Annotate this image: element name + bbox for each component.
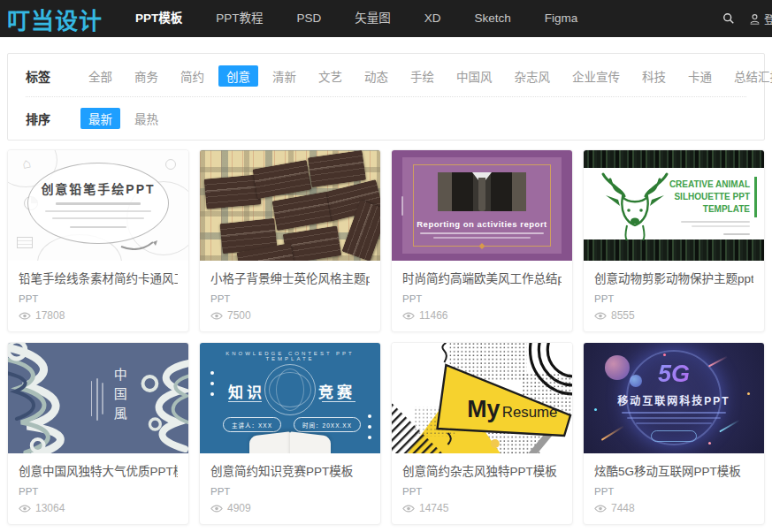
text-bar — [681, 221, 750, 223]
template-card[interactable]: 小格子背景绅士英伦风格主题ppt模板 PPT 7500 — [199, 149, 381, 332]
slide-title: 移动互联网科技PPT — [584, 392, 764, 407]
tags-row: 标签 全部 商务 简约 创意 清新 文艺 动态 手绘 中国风 杂志风 企业宣传 … — [26, 65, 746, 87]
card-title[interactable]: 创意中国风独特大气优质PPT模板 — [19, 461, 178, 479]
template-card[interactable]: KNOWLEDGE CONTEST PPT TEMPLATE 知识 竞赛 主讲人… — [199, 342, 381, 525]
card-title[interactable]: 小格子背景绅士英伦风格主题ppt模板 — [210, 269, 370, 286]
open-book — [249, 431, 290, 453]
tag-summary-report[interactable]: 总结汇报 — [726, 65, 772, 87]
meteor-ornament — [601, 425, 625, 441]
tag-literary[interactable]: 文艺 — [310, 65, 350, 87]
card-views: 14745 — [402, 502, 562, 514]
deer-illustration — [591, 170, 679, 240]
card-thumbnail-plaid-cards[interactable] — [200, 150, 380, 261]
views-count: 8555 — [611, 309, 635, 322]
sort-newest[interactable]: 最新 — [80, 108, 120, 129]
card-info: 创意中国风独特大气优质PPT模板 PPT 13064 — [8, 453, 188, 524]
user-icon — [749, 13, 761, 25]
dot-ornament — [368, 414, 371, 418]
nav-item-ppt-templates[interactable]: PPT模板 — [118, 0, 199, 37]
tags-label: 标签 — [26, 67, 80, 85]
dot-ornament — [368, 436, 371, 439]
card-thumbnail-activities-report[interactable]: Reporting on activities report — [392, 150, 572, 261]
slide-title: CREATIVE ANIMAL SILHOUETTE PPT TEMPLATE — [669, 179, 750, 216]
business-card — [204, 174, 262, 209]
tag-business[interactable]: 商务 — [126, 65, 166, 87]
slide-title-5g: 5G — [584, 361, 764, 388]
spark — [708, 442, 711, 445]
search-button[interactable] — [722, 12, 735, 25]
forest-strip — [584, 239, 764, 261]
tag-simple[interactable]: 简约 — [172, 65, 212, 87]
views-count: 7500 — [227, 309, 251, 322]
card-title[interactable]: 铅笔手绘线条素材简约卡通风工作汇... — [19, 269, 178, 286]
card-thumbnail-pencil-sketch[interactable]: ⌂ 创意铅笔手绘PPT — [8, 150, 188, 261]
divider — [26, 96, 746, 97]
tag-dynamic[interactable]: 动态 — [356, 65, 396, 87]
template-card[interactable]: CREATIVE ANIMAL SILHOUETTE PPT TEMPLATE … — [583, 149, 765, 332]
filter-panel: 标签 全部 商务 简约 创意 清新 文艺 动态 手绘 中国风 杂志风 企业宣传 … — [7, 53, 765, 141]
slide-title: 中国風 — [111, 368, 129, 426]
text-bar — [420, 232, 544, 234]
card-info: 创意动物剪影动物保护主题ppt模板 PPT 8555 — [584, 261, 764, 331]
tag-fresh[interactable]: 清新 — [264, 65, 304, 87]
nav-item-sketch[interactable]: Sketch — [458, 0, 528, 37]
suit-photo — [438, 172, 526, 211]
card-views: 11466 — [402, 309, 562, 322]
tag-handdrawn[interactable]: 手绘 — [402, 65, 442, 87]
card-thumbnail-knowledge-contest[interactable]: KNOWLEDGE CONTEST PPT TEMPLATE 知识 竞赛 主讲人… — [200, 343, 380, 453]
card-views: 13064 — [19, 502, 178, 514]
template-card[interactable]: 5G 移动互联网科技PPT 炫酷5G移动互联网PPT模板 PPT — [583, 342, 765, 525]
card-title[interactable]: 创意简约杂志风独特PPT模板 — [402, 461, 562, 479]
slide-title: 创意铅笔手绘PPT — [41, 179, 155, 197]
card-thumbnail-chinese-wave[interactable]: 中国風 — [8, 343, 188, 453]
template-card[interactable]: 中国風 创意中国风独特大气优质PPT模板 PPT 13064 — [7, 342, 189, 525]
card-thumbnail-5g[interactable]: 5G 移动互联网科技PPT — [584, 343, 764, 453]
tag-magazine[interactable]: 杂志风 — [507, 65, 559, 87]
eye-icon — [210, 505, 223, 513]
site-logo[interactable]: 叮当设计 — [7, 3, 103, 35]
text-bar — [52, 217, 144, 219]
business-card — [272, 192, 332, 231]
slide-title-word1: My — [467, 396, 500, 422]
login-button[interactable]: 登录 — [749, 11, 772, 27]
tag-creative[interactable]: 创意 — [218, 65, 258, 87]
card-info: 铅笔手绘线条素材简约卡通风工作汇... PPT 17808 — [8, 261, 188, 331]
card-views: 7500 — [210, 309, 370, 322]
tag-tech[interactable]: 科技 — [634, 65, 674, 87]
nav-item-vector[interactable]: 矢量图 — [338, 0, 408, 37]
tag-cartoon[interactable]: 卡通 — [680, 65, 720, 87]
nav-item-ppt-tutorials[interactable]: PPT教程 — [199, 0, 279, 37]
sort-hottest[interactable]: 最热 — [126, 108, 166, 129]
card-title[interactable]: 创意简约知识竞赛PPT模板 — [210, 461, 370, 479]
dot-ornament — [210, 371, 214, 375]
spark — [594, 408, 597, 411]
card-type-label: PPT — [594, 486, 753, 497]
card-thumbnail-my-resume[interactable]: My Resume — [392, 343, 572, 453]
card-thumbnail-deer[interactable]: CREATIVE ANIMAL SILHOUETTE PPT TEMPLATE — [584, 150, 764, 261]
views-count: 13064 — [35, 502, 65, 514]
dot-ornament — [210, 382, 214, 385]
card-title[interactable]: 时尚简约高端欧美风工作总结ppt模板 — [402, 269, 562, 286]
nav-item-psd[interactable]: PSD — [280, 0, 339, 37]
tag-corporate[interactable]: 企业宣传 — [564, 65, 628, 87]
dot-ornament — [368, 425, 371, 429]
eye-icon — [402, 505, 415, 513]
text-bar — [45, 210, 151, 212]
meteor-ornament — [719, 420, 740, 433]
card-info: 时尚简约高端欧美风工作总结ppt模板 PPT 11466 — [392, 261, 572, 331]
nav-item-figma[interactable]: Figma — [528, 0, 595, 37]
card-title[interactable]: 炫酷5G移动互联网PPT模板 — [594, 461, 753, 479]
business-card — [253, 160, 312, 199]
sort-row: 排序 最新 最热 — [26, 108, 746, 129]
tag-all[interactable]: 全部 — [80, 65, 120, 87]
wave-illustration — [8, 343, 188, 453]
side-text-bar — [401, 196, 403, 216]
card-title[interactable]: 创意动物剪影动物保护主题ppt模板 — [594, 269, 753, 286]
tag-chinese-style[interactable]: 中国风 — [448, 65, 501, 87]
search-icon — [722, 12, 735, 25]
template-card[interactable]: Reporting on activities report 时尚简约高端欧美风… — [391, 149, 573, 332]
template-card[interactable]: My Resume 创意简约杂志风独特PPT模板 PPT 14745 — [391, 342, 573, 525]
template-card[interactable]: ⌂ 创意铅笔手绘PPT 铅笔手绘线条素材简约卡通风工作汇... — [7, 149, 189, 332]
nav-item-xd[interactable]: XD — [408, 0, 458, 37]
card-type-label: PPT — [210, 486, 370, 497]
